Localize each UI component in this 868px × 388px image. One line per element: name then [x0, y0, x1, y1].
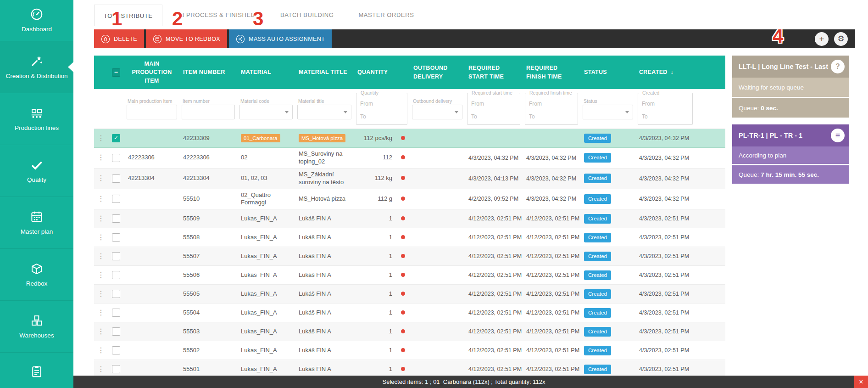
- filter-select-status[interactable]: [583, 105, 633, 119]
- machine-card-header[interactable]: PL-TR-1 | PL - TR - 1 ≡: [732, 124, 849, 146]
- settings-button[interactable]: ⚙: [834, 32, 848, 46]
- row-checkbox[interactable]: [112, 327, 120, 336]
- cell-outbound-delivery: [410, 322, 465, 341]
- table-row[interactable]: ⋮55505Lukas_FIN_ALukáš FIN A14/12/2023, …: [94, 285, 725, 304]
- production-lines-icon: [30, 106, 44, 120]
- main-area: TO DISTRIBUTEIN PROCESS & FINISHEDBATCH …: [73, 0, 868, 388]
- column-header[interactable]: REQUIRED START TIME: [465, 56, 523, 89]
- cell-item-number: 55508: [179, 228, 237, 247]
- table-row[interactable]: ⋮55508Lukas_FIN_ALukáš FIN A14/12/2023, …: [94, 228, 725, 247]
- kebab-menu-icon[interactable]: ⋮: [95, 307, 107, 319]
- kebab-menu-icon[interactable]: ⋮: [95, 152, 107, 163]
- row-checkbox[interactable]: [112, 214, 120, 223]
- kebab-menu-icon[interactable]: ⋮: [95, 133, 107, 144]
- row-checkbox[interactable]: ✓: [112, 134, 120, 142]
- table-row[interactable]: ⋮55503Lukas_FIN_ALukáš FIN A14/12/2023, …: [94, 322, 725, 341]
- filter-select-material-title[interactable]: [297, 105, 351, 119]
- tab-batch-building[interactable]: BATCH BUILDING: [271, 4, 343, 26]
- column-header[interactable]: ITEM NUMBER: [179, 56, 237, 89]
- sidebar-item-warehouses[interactable]: Warehouses: [0, 301, 73, 353]
- column-header[interactable]: MATERIAL TITLE: [295, 56, 354, 89]
- filter-required-finish-time-to[interactable]: [529, 110, 574, 123]
- cell-outbound-delivery: [410, 228, 465, 247]
- sidebar-item-creation-distribution[interactable]: Creation & Distribution: [0, 41, 73, 93]
- kebab-menu-icon[interactable]: ⋮: [95, 288, 107, 300]
- table-row[interactable]: ⋮55509Lukas_FIN_ALukáš FIN A14/12/2023, …: [94, 209, 725, 228]
- sidebar-item-quality[interactable]: Quality: [0, 145, 73, 197]
- column-header[interactable]: QUANTITY: [354, 56, 410, 89]
- kebab-menu-icon[interactable]: ⋮: [95, 251, 107, 262]
- row-checkbox[interactable]: [112, 195, 120, 203]
- filter-select-material-code[interactable]: [239, 105, 293, 119]
- row-checkbox[interactable]: [112, 233, 120, 242]
- table-row[interactable]: ⋮55507Lukas_FIN_ALukáš FIN A14/12/2023, …: [94, 247, 725, 266]
- kebab-menu-icon[interactable]: ⋮: [95, 193, 107, 205]
- row-checkbox[interactable]: [112, 271, 120, 279]
- machine-card-header[interactable]: LLT-L | Long Line Test - Last ?: [732, 56, 849, 78]
- table-row[interactable]: ⋮55506Lukas_FIN_ALukáš FIN A14/12/2023, …: [94, 266, 725, 285]
- cell-required-finish-time: [523, 129, 580, 148]
- sidebar-item-documents[interactable]: [0, 353, 73, 388]
- filter-cell: Required start time: [465, 89, 523, 129]
- kebab-menu-icon[interactable]: ⋮: [95, 213, 107, 225]
- cell-item-number: 55503: [179, 322, 237, 341]
- filter-created-to[interactable]: [642, 110, 689, 123]
- mass-auto-assignment-button[interactable]: MASS AUTO ASSIGNMENT: [229, 29, 332, 48]
- close-icon[interactable]: ×: [854, 376, 868, 388]
- filter-quantity-to[interactable]: [360, 110, 403, 123]
- kebab-menu-icon[interactable]: ⋮: [95, 232, 107, 243]
- help-icon[interactable]: ?: [831, 60, 845, 73]
- move-to-redbox-button[interactable]: MOVE TO REDBOX: [146, 29, 227, 48]
- sidebar-item-redbox[interactable]: Redbox: [0, 249, 73, 301]
- tab-to-distribute[interactable]: TO DISTRIBUTE: [94, 5, 162, 26]
- alert-dot-icon: [401, 254, 405, 258]
- table-row[interactable]: ⋮5551002_Quattro FormaggiMS_Hotová pizza…: [94, 189, 725, 209]
- cell-main-production-item: [124, 209, 179, 228]
- tab-in-process-finished[interactable]: IN PROCESS & FINISHED: [169, 4, 265, 26]
- menu-icon[interactable]: ≡: [831, 129, 845, 142]
- column-header[interactable]: MATERIAL: [237, 56, 295, 89]
- kebab-menu-icon[interactable]: ⋮: [95, 345, 107, 356]
- table-row[interactable]: ⋮55502Lukas_FIN_ALukáš FIN A14/12/2023, …: [94, 341, 725, 360]
- row-checkbox[interactable]: [112, 365, 120, 373]
- filter-required-start-time-from[interactable]: [471, 98, 516, 110]
- row-checkbox[interactable]: [112, 290, 120, 298]
- table-row[interactable]: ⋮55504Lukas_FIN_ALukáš FIN A14/12/2023, …: [94, 304, 725, 322]
- filter-required-finish-time-from[interactable]: [529, 98, 574, 110]
- row-checkbox[interactable]: [112, 154, 120, 162]
- filter-quantity-from[interactable]: [360, 98, 403, 110]
- table-row[interactable]: ⋮422233064222330602MS_Suroviny na toping…: [94, 148, 725, 169]
- filter-input-main-production-item[interactable]: [127, 105, 177, 119]
- sidebar-item-master-plan[interactable]: Master plan: [0, 197, 73, 249]
- filter-created-from[interactable]: [642, 98, 689, 110]
- filter-select-outbound-delivery[interactable]: [412, 105, 462, 119]
- cell-created: 4/3/2023, 04:32 PM: [635, 189, 695, 209]
- kebab-menu-icon[interactable]: ⋮: [95, 173, 107, 184]
- row-checkbox[interactable]: [112, 252, 120, 260]
- column-header[interactable]: MAIN PRODUCTION ITEM: [124, 56, 179, 89]
- delete-button[interactable]: DELETE: [94, 29, 144, 48]
- table-row[interactable]: ⋮✓4223330901_CarbonaraMS_Hotová pizza112…: [94, 129, 725, 148]
- column-header[interactable]: CREATED ↓: [635, 56, 695, 89]
- move-to-redbox-button-label: MOVE TO REDBOX: [166, 36, 220, 42]
- sort-desc-icon[interactable]: ↓: [670, 68, 673, 75]
- filter-input-item-number[interactable]: [182, 105, 235, 119]
- sidebar-item-dashboard[interactable]: Dashboard: [0, 0, 73, 41]
- row-checkbox[interactable]: [112, 346, 120, 354]
- tab-master-orders[interactable]: MASTER ORDERS: [349, 4, 423, 26]
- table-row[interactable]: ⋮422133044221330401, 02, 03MS_Základní s…: [94, 168, 725, 189]
- column-header[interactable]: OUTBOUND DELIVERY: [410, 56, 465, 89]
- column-header[interactable]: REQUIRED FINISH TIME: [523, 56, 580, 89]
- cell-required-finish-time: 4/12/2023, 02:51 PM: [523, 266, 580, 285]
- add-button[interactable]: +: [815, 32, 829, 46]
- column-header[interactable]: STATUS: [580, 56, 635, 89]
- kebab-menu-icon[interactable]: ⋮: [95, 364, 107, 375]
- sidebar-item-production-lines[interactable]: Production lines: [0, 93, 73, 145]
- creation-icon: [30, 54, 44, 68]
- filter-required-start-time-to[interactable]: [471, 110, 516, 123]
- kebab-menu-icon[interactable]: ⋮: [95, 326, 107, 337]
- kebab-menu-icon[interactable]: ⋮: [95, 270, 107, 281]
- row-checkbox[interactable]: [112, 174, 120, 183]
- row-checkbox[interactable]: [112, 309, 120, 317]
- select-all-checkbox[interactable]: −: [112, 68, 120, 77]
